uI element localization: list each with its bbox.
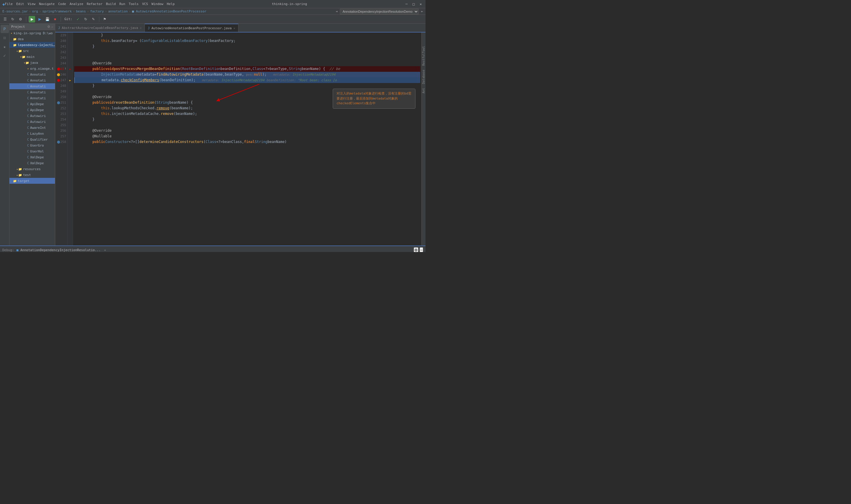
menu-edit[interactable]: Edit (16, 2, 24, 6)
bc-annotation[interactable]: annotation (108, 10, 128, 13)
bc-factory[interactable]: factory (90, 10, 104, 13)
bc-beans[interactable]: beans (76, 10, 86, 13)
debug-settings-button[interactable]: ⚙ (414, 247, 418, 252)
build-button[interactable]: 💾 (44, 16, 51, 22)
git-history-button[interactable]: ✎ (90, 16, 97, 22)
tree-file-xmldepe2[interactable]: C XmlDepe (10, 160, 55, 166)
menu-code[interactable]: Code (58, 2, 66, 6)
tree-file-usergro[interactable]: C UserGro (10, 142, 55, 148)
tree-file-userhol[interactable]: C UserHol (10, 148, 55, 154)
menu-window[interactable]: Window (151, 2, 163, 6)
java-file-icon: J (58, 26, 60, 30)
tree-file-apidepe1[interactable]: C ApiDepe (10, 101, 55, 107)
menu-vcs[interactable]: VCS (142, 2, 148, 6)
tree-item-resources[interactable]: ▸📁 resources (10, 166, 55, 172)
stop-button[interactable]: ■ (52, 16, 58, 22)
git-checkmark-button[interactable]: ✓ (75, 16, 81, 22)
java-icon: C (27, 150, 29, 153)
java-icon: C (27, 85, 29, 88)
tree-item-label: Annotati (30, 78, 46, 83)
bc-nav-forward[interactable]: ► (421, 10, 423, 13)
menu-bar[interactable]: File Edit View Navigate Code Analyze Ref… (5, 2, 175, 6)
tree-item-src[interactable]: ▸📁 src (10, 48, 55, 54)
close-button[interactable]: ✕ (418, 2, 423, 6)
git-refresh-button[interactable]: ↻ (83, 16, 89, 22)
structure-icon[interactable]: ☷ (1, 34, 9, 42)
tab-close-button[interactable]: ✕ (233, 26, 235, 30)
bc-jar[interactable]: E-sources.jar (2, 10, 28, 13)
tree-file-awareint[interactable]: C AwareInt (10, 125, 55, 130)
code-line-244: @Override (74, 60, 420, 66)
tree-item-package[interactable]: ▾ org.xiaoge.t (10, 66, 55, 72)
sync-button[interactable]: ↻ (10, 16, 16, 22)
restful-tool-tab[interactable]: RestfulTool (422, 44, 426, 67)
debug-close-button[interactable]: ✕ (104, 249, 106, 252)
minimize-button[interactable]: ─ (404, 2, 409, 6)
project-icon[interactable]: P (1, 25, 9, 33)
tree-item-target[interactable]: 📁 target (10, 178, 55, 184)
bookmark-button[interactable]: ⚑ (102, 16, 108, 22)
tree-root[interactable]: ▾ king-in-spring D:\wo (10, 30, 55, 36)
tree-item-label: src (23, 49, 29, 53)
tree-item-main[interactable]: ▾📁 main (10, 54, 55, 60)
menu-view[interactable]: View (28, 2, 35, 6)
tab-label: AbstractAutowireCapableBeanFactory.java (62, 26, 138, 30)
line-num-252: 252 (56, 106, 66, 111)
bc-class[interactable]: ■ AutowiredAnnotationBeanPostProcessor (132, 10, 206, 13)
tree-file-annot2[interactable]: C Annotati (10, 77, 55, 83)
settings-button[interactable]: ⚙ (17, 16, 24, 22)
tree-file-annot5[interactable]: C Annotati (10, 95, 55, 101)
tree-item-dea[interactable]: 📁 dea (10, 36, 55, 42)
project-close-button[interactable]: − (51, 25, 53, 29)
project-settings-button[interactable]: ⚙ (47, 25, 50, 29)
menu-build[interactable]: Build (106, 2, 116, 6)
tree-item-label: UserGro (30, 144, 44, 147)
tab-abstract-factory[interactable]: J AbstractAutowireCapableBeanFactory.jav… (55, 24, 145, 32)
config-dropdown[interactable]: AnnotationDependencyInjectionResolutionD… (340, 8, 419, 15)
tree-file-lazyann[interactable]: C LazyAnn (10, 130, 55, 137)
bc-org[interactable]: org (32, 10, 38, 13)
maximize-button[interactable]: □ (411, 2, 416, 6)
bc-nav-back[interactable]: ◄ (336, 10, 338, 13)
run-button[interactable]: ▶ (29, 16, 35, 22)
folder-icon: ▸📁 (17, 49, 22, 53)
menu-tools[interactable]: Tools (129, 2, 139, 6)
menu-analyze[interactable]: Analyze (69, 2, 83, 6)
tree-item-test[interactable]: ▸📁 test (10, 172, 55, 178)
debug-button[interactable]: ▶ (36, 16, 43, 22)
tree-item-dependency[interactable]: 📁 lependency-injection (10, 42, 55, 48)
tree-file-annot4[interactable]: C Annotati (10, 89, 55, 95)
project-toggle-button[interactable]: ☰ (2, 16, 8, 22)
tab-autowired-processor[interactable]: J AutowiredAnnotationBeanPostProcessor.j… (145, 24, 238, 32)
tree-file-xmldepe1[interactable]: C XmlDepe (10, 154, 55, 160)
menu-file[interactable]: File (5, 2, 13, 6)
database-tab[interactable]: Database (422, 68, 426, 86)
tree-item-label: org.xiaoge.t (30, 67, 53, 71)
tree-file-autowir1[interactable]: C Autowiri (10, 113, 55, 119)
debug-minimize-button[interactable]: − (420, 247, 423, 252)
ant-tab[interactable]: Ant (422, 86, 426, 95)
tree-file-annot3[interactable]: C Annotati (10, 83, 55, 89)
tree-file-apidepe2[interactable]: C ApiDepe (10, 107, 55, 113)
tree-item-java[interactable]: ▾📁 java (10, 60, 55, 66)
menu-run[interactable]: Run (120, 2, 125, 6)
commit-icon[interactable]: ✓ (1, 51, 9, 60)
tab-close-button[interactable]: ✕ (140, 26, 142, 30)
tree-file-annot1[interactable]: C Annotati (10, 72, 55, 77)
tree-file-qualifier[interactable]: C Qualifier (10, 137, 55, 142)
tree-item-label: dea (18, 37, 24, 41)
gutter-257 (68, 133, 73, 139)
line-num-245: 245 ! (56, 66, 66, 72)
code-content[interactable]: } this.beanFactory = (ConfigurableListab… (73, 33, 421, 246)
code-line-258: public Constructor<?>[] determineCandida… (74, 139, 420, 145)
menu-refactor[interactable]: Refactor (87, 2, 103, 6)
tree-item-label: Autowiri (30, 120, 46, 124)
window-controls[interactable]: ─ □ ✕ (404, 2, 423, 6)
package-icon: ▾ (27, 67, 29, 70)
menu-navigate[interactable]: Navigate (39, 2, 55, 6)
bc-springframework[interactable]: springframework (42, 10, 72, 13)
menu-help[interactable]: Help (167, 2, 175, 6)
tree-file-autowir2[interactable]: C Autowiri (10, 119, 55, 125)
line-num-243: 243 (56, 55, 66, 60)
favorites-icon[interactable]: ★ (1, 42, 9, 51)
